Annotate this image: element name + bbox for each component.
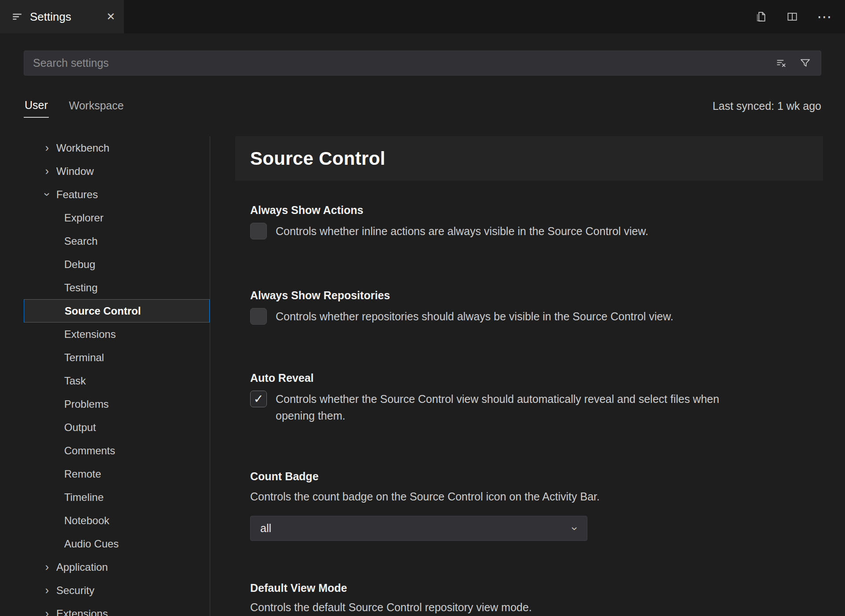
setting-description: Controls whether repositories should alw…: [276, 308, 674, 325]
toc-item-extensions-root[interactable]: › Extensions: [24, 602, 210, 616]
toc-item-label: Remote: [64, 468, 101, 480]
toc-item-label: Timeline: [64, 491, 104, 504]
toc-item-label: Output: [64, 421, 96, 434]
toc-item-task[interactable]: Task: [24, 369, 210, 392]
toc-item-testing[interactable]: Testing: [24, 276, 210, 299]
toc-item-window[interactable]: › Window: [24, 159, 210, 183]
toc-item-label: Notebook: [64, 515, 109, 527]
checkbox-always-show-repositories[interactable]: [250, 308, 267, 325]
setting-auto-reveal: Auto Reveal ✓ Controls whether the Sourc…: [250, 371, 823, 424]
scope-tab-row: User Workspace Last synced: 1 wk ago: [0, 76, 845, 136]
setting-always-show-actions: Always Show Actions Controls whether inl…: [250, 203, 823, 239]
chevron-right-icon[interactable]: ›: [40, 608, 54, 616]
setting-count-badge: Count Badge Controls the count badge on …: [250, 470, 823, 541]
chevron-down-icon[interactable]: ›: [42, 188, 53, 201]
last-synced-label: Last synced: 1 wk ago: [713, 100, 821, 112]
setting-title: Default View Mode: [250, 581, 823, 594]
toc-item-label: Terminal: [64, 351, 104, 364]
toc-item-security[interactable]: › Security: [24, 579, 210, 602]
toc-item-remote[interactable]: Remote: [24, 462, 210, 486]
toc-item-features[interactable]: › Features: [24, 183, 210, 206]
setting-title: Always Show Repositories: [250, 289, 823, 302]
toc-item-source-control[interactable]: Source Control: [24, 299, 210, 322]
toc-item-application[interactable]: › Application: [24, 555, 210, 579]
chevron-right-icon[interactable]: ›: [40, 142, 54, 153]
chevron-down-icon: ›: [570, 526, 581, 530]
setting-description: Controls the default Source Control repo…: [250, 600, 823, 615]
checkbox-auto-reveal[interactable]: ✓: [250, 391, 267, 407]
toc-item-timeline[interactable]: Timeline: [24, 486, 210, 509]
open-settings-json-icon[interactable]: [755, 11, 768, 23]
tab-workspace[interactable]: Workspace: [68, 95, 125, 117]
toc-item-label: Search: [64, 235, 98, 247]
settings-list: Always Show Actions Controls whether inl…: [235, 203, 823, 615]
toc-item-label: Debug: [64, 258, 95, 271]
toc-item-debug[interactable]: Debug: [24, 253, 210, 276]
chevron-right-icon[interactable]: ›: [40, 166, 54, 177]
setting-title: Always Show Actions: [250, 203, 823, 217]
toc-item-extensions[interactable]: Extensions: [24, 322, 210, 346]
toc-item-label: Security: [56, 584, 95, 597]
toc-item-label: Comments: [64, 445, 115, 457]
clear-search-filters-icon[interactable]: [775, 57, 787, 69]
toc-item-label: Testing: [64, 282, 98, 294]
checkbox-always-show-actions[interactable]: [250, 223, 267, 239]
setting-description: Controls whether inline actions are alwa…: [276, 223, 648, 239]
toc-item-label: Problems: [64, 398, 109, 410]
page-title: Source Control: [250, 148, 386, 169]
toc-item-terminal[interactable]: Terminal: [24, 346, 210, 369]
search-bar-actions: [775, 57, 821, 69]
setting-default-view-mode: Default View Mode Controls the default S…: [250, 581, 823, 615]
toc-item-label: Features: [56, 188, 98, 201]
toc-item-label: Application: [56, 561, 108, 573]
filter-icon[interactable]: [799, 57, 811, 69]
toc-item-audio-cues[interactable]: Audio Cues: [24, 532, 210, 555]
close-icon[interactable]: ✕: [106, 11, 115, 22]
toc-item-notebook[interactable]: Notebook: [24, 509, 210, 532]
split-editor-icon[interactable]: [786, 11, 798, 23]
toc-item-label: Explorer: [64, 212, 103, 224]
more-actions-icon[interactable]: ⋯: [817, 9, 833, 24]
toc-item-comments[interactable]: Comments: [24, 439, 210, 462]
chevron-right-icon[interactable]: ›: [40, 562, 54, 573]
count-badge-select[interactable]: all ›: [250, 516, 587, 541]
toc-item-label: Source Control: [65, 305, 141, 317]
setting-always-show-repositories: Always Show Repositories Controls whethe…: [250, 289, 823, 325]
editor-actions: ⋯: [755, 0, 833, 33]
settings-editor-window: Settings ✕ ⋯ User Workspace Last s: [0, 0, 845, 616]
setting-description: Controls the count badge on the Source C…: [250, 489, 823, 504]
tab-title: Settings: [30, 10, 71, 24]
toc-item-label: Window: [56, 165, 94, 178]
search-input[interactable]: [24, 57, 775, 69]
settings-content: Source Control Always Show Actions Contr…: [235, 136, 823, 616]
editor-tab-bar: Settings ✕ ⋯: [0, 0, 845, 33]
settings-body: › Workbench › Window › Features Explorer…: [0, 136, 845, 616]
toc-item-label: Workbench: [56, 142, 109, 154]
toc-item-search[interactable]: Search: [24, 229, 210, 253]
toc-item-label: Extensions: [56, 608, 108, 616]
settings-filter-icon: [11, 11, 23, 22]
toc-item-label: Audio Cues: [64, 538, 119, 550]
tab-user[interactable]: User: [24, 94, 49, 118]
settings-toc: › Workbench › Window › Features Explorer…: [24, 136, 210, 616]
setting-description: Controls whether the Source Control view…: [276, 391, 742, 424]
toc-item-workbench[interactable]: › Workbench: [24, 136, 210, 159]
settings-search-bar: [24, 51, 821, 76]
toc-item-output[interactable]: Output: [24, 416, 210, 439]
check-icon: ✓: [254, 393, 264, 405]
section-heading: Source Control: [235, 136, 823, 181]
tab-settings[interactable]: Settings ✕: [0, 0, 124, 33]
toc-item-label: Task: [64, 375, 86, 387]
toc-item-problems[interactable]: Problems: [24, 392, 210, 416]
toc-item-explorer[interactable]: Explorer: [24, 206, 210, 229]
setting-title: Count Badge: [250, 470, 823, 483]
select-value: all: [260, 522, 271, 535]
setting-title: Auto Reveal: [250, 371, 823, 384]
toc-item-label: Extensions: [64, 328, 116, 341]
chevron-right-icon[interactable]: ›: [40, 585, 54, 596]
